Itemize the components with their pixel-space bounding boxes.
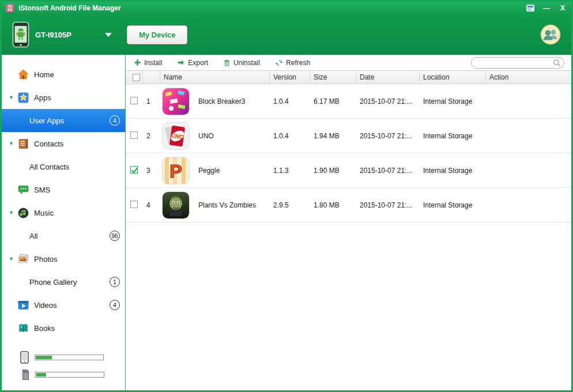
close-button[interactable]: X <box>557 3 568 13</box>
column-header-name[interactable]: Name <box>160 71 270 84</box>
sidebar-item-home[interactable]: Home <box>2 63 125 86</box>
sidebar-item-label: Photos <box>34 255 57 263</box>
app-version: 1.0.4 <box>270 132 310 140</box>
sidebar-item-all-music[interactable]: All 96 <box>2 224 125 247</box>
my-device-button[interactable]: My Device <box>127 25 188 44</box>
window-menu-icon[interactable] <box>525 3 536 13</box>
sidebar-item-label: Books <box>34 324 55 333</box>
sidebar-item-label: All <box>29 232 37 240</box>
sdcard-storage-fill <box>36 373 46 376</box>
count-badge: 4 <box>110 115 120 126</box>
apps-icon <box>17 92 29 104</box>
sdcard-storage-icon <box>20 369 29 380</box>
expand-triangle-icon: ▼ <box>9 95 14 100</box>
device-name: GT-I9105P <box>35 31 71 39</box>
app-window: iStonsoft Android File Manager — X <box>0 0 573 392</box>
refresh-button[interactable]: Refresh <box>275 59 310 67</box>
column-header-version[interactable]: Version <box>270 71 310 84</box>
table-row[interactable]: 3 P Peggle 1.1.3 1.90 MB 2015-10-07 21:.… <box>126 153 571 188</box>
phone-storage-fill <box>36 356 52 359</box>
app-size: 1.80 MB <box>310 201 356 209</box>
refresh-icon <box>275 59 283 67</box>
sidebar-item-all-contacts[interactable]: All Contacts <box>2 155 125 178</box>
app-date: 2015-10-07 21:... <box>356 97 420 105</box>
avatar[interactable] <box>540 24 561 45</box>
sidebar-item-label: Home <box>34 70 54 79</box>
phone-storage-icon <box>20 351 29 364</box>
search-box <box>471 57 564 69</box>
storage-section <box>2 349 125 383</box>
books-icon <box>17 322 29 334</box>
search-input[interactable] <box>471 57 564 69</box>
export-button[interactable]: Export <box>177 59 208 67</box>
app-name: Plants Vs Zombies <box>198 201 256 209</box>
count-badge: 96 <box>110 231 120 241</box>
phone-storage-row <box>2 349 125 366</box>
sidebar-item-books[interactable]: Books <box>2 316 125 340</box>
column-header-location[interactable]: Location <box>420 71 486 84</box>
sidebar-item-music[interactable]: ▼ Music <box>2 201 125 224</box>
row-index: 4 <box>143 201 160 209</box>
sidebar-item-label: SMS <box>34 186 50 194</box>
export-label: Export <box>188 59 208 67</box>
uninstall-button[interactable]: Uninstall <box>223 59 260 67</box>
main-panel: Install Export Uninstall Refresh <box>126 55 571 390</box>
sidebar-item-label: Contacts <box>34 140 63 148</box>
table-header: Name Version Size Date Location Action <box>126 70 571 84</box>
phone-storage-bar <box>35 355 104 360</box>
app-date: 2015-10-07 21:... <box>356 132 420 140</box>
table-row[interactable]: 2 UNO UNO 1.0.4 1.94 MB 2015-10-07 21:..… <box>126 119 571 153</box>
sidebar-item-user-apps[interactable]: User Apps 4 <box>2 109 125 132</box>
row-checkbox[interactable] <box>130 201 138 208</box>
table-row[interactable]: 1 Block Breaker3 1.0.4 6.17 MB 2015 <box>126 84 571 119</box>
app-logo-icon <box>5 3 14 13</box>
photos-icon <box>17 253 29 265</box>
app-version: 2.9.5 <box>270 201 310 209</box>
phone-device-icon <box>12 21 29 48</box>
app-name: Peggle <box>198 167 220 175</box>
sidebar-item-videos[interactable]: Videos 4 <box>2 293 125 316</box>
sidebar-item-apps[interactable]: ▼ Apps <box>2 86 125 109</box>
row-checkbox[interactable] <box>130 166 138 174</box>
app-size: 1.94 MB <box>310 132 356 140</box>
device-selector[interactable]: GT-I9105P <box>12 21 112 48</box>
block-breaker3-app-icon <box>163 88 189 115</box>
minimize-button[interactable]: — <box>541 3 552 13</box>
home-icon <box>17 69 29 81</box>
expand-triangle-icon: ▼ <box>9 141 14 146</box>
row-checkbox[interactable] <box>130 131 138 139</box>
sidebar-item-sms[interactable]: SMS <box>2 178 125 201</box>
select-all-cell <box>126 71 143 84</box>
app-size: 1.90 MB <box>310 167 356 175</box>
count-badge: 4 <box>110 300 120 310</box>
install-label: Install <box>144 59 162 67</box>
music-icon <box>17 207 29 219</box>
sidebar-item-photos[interactable]: ▼ Photos <box>2 247 125 270</box>
uno-app-icon: UNO <box>163 123 189 149</box>
app-size: 6.17 MB <box>310 97 356 105</box>
toolbar: Install Export Uninstall Refresh <box>126 55 571 70</box>
row-index: 1 <box>143 97 160 105</box>
app-date: 2015-10-07 21:... <box>356 167 420 175</box>
row-checkbox[interactable] <box>130 97 138 104</box>
column-header-date[interactable]: Date <box>356 71 420 84</box>
table-row[interactable]: 4 Plants Vs Zombies <box>126 188 571 223</box>
install-button[interactable]: Install <box>134 59 162 67</box>
sidebar: Home ▼ Apps User Apps 4 ▼ Contacts All C… <box>2 55 126 390</box>
app-location: Internal Storage <box>420 97 486 105</box>
column-header-size[interactable]: Size <box>310 71 356 84</box>
export-arrow-icon <box>177 59 185 66</box>
app-location: Internal Storage <box>420 132 486 140</box>
count-badge: 1 <box>110 277 120 287</box>
plus-icon <box>134 59 141 66</box>
app-location: Internal Storage <box>420 201 486 209</box>
sidebar-item-label: All Contacts <box>29 163 69 171</box>
column-header-action[interactable]: Action <box>486 71 571 84</box>
search-icon[interactable] <box>553 59 561 67</box>
sidebar-item-contacts[interactable]: ▼ Contacts <box>2 132 125 155</box>
app-version: 1.0.4 <box>270 97 310 105</box>
select-all-checkbox[interactable] <box>133 74 140 81</box>
sidebar-item-phone-gallery[interactable]: Phone Gallery 1 <box>2 270 125 293</box>
trash-icon <box>223 59 231 67</box>
titlebar: iStonsoft Android File Manager — X <box>2 2 571 14</box>
